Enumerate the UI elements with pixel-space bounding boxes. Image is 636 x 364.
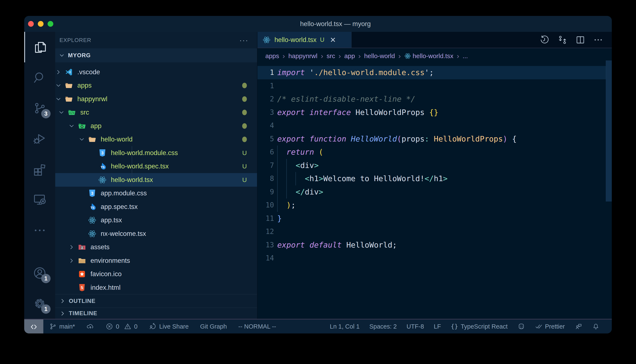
- status-feedback[interactable]: [570, 320, 587, 334]
- tab-close-icon[interactable]: ✕: [330, 36, 336, 44]
- code-line-1[interactable]: 1: [258, 79, 612, 93]
- tree-item-happynrwl[interactable]: happynrwl: [55, 92, 257, 106]
- code-line-3[interactable]: 3export interface HelloWorldProps {}: [258, 106, 612, 119]
- tree-item-apps[interactable]: apps: [55, 79, 257, 92]
- tree-item-hello-world[interactable]: hello-world: [55, 133, 257, 146]
- status-encoding[interactable]: UTF-8: [402, 320, 429, 334]
- status-git-branch[interactable]: main*: [43, 320, 81, 334]
- tree-item-nx-welcome-tsx[interactable]: nx-welcome.tsx: [55, 227, 257, 240]
- history-icon[interactable]: [540, 35, 550, 45]
- code-line-14[interactable]: 14: [258, 252, 612, 265]
- tree-item-label: app.spec.tsx: [101, 203, 138, 211]
- activity-search[interactable]: [24, 62, 55, 93]
- status-copilot[interactable]: [513, 320, 530, 334]
- code-line-1-current[interactable]: 1import './hello-world.module.css';: [258, 66, 612, 79]
- breadcrumb-item--[interactable]: ...: [463, 52, 468, 60]
- tree-item-src[interactable]: </>src: [55, 106, 257, 120]
- breadcrumb-item-apps[interactable]: apps: [265, 52, 279, 60]
- minimize-window-button[interactable]: [38, 21, 44, 27]
- explorer-more-actions-icon[interactable]: ···: [239, 36, 249, 44]
- svg-text:</>: </>: [69, 111, 74, 114]
- tree-item-hello-world-tsx[interactable]: hello-world.tsxU: [55, 173, 257, 187]
- activity-remote-explorer[interactable]: [24, 184, 55, 215]
- code-line-5[interactable]: 5export function HelloWorld(props: Hello…: [258, 132, 612, 146]
- tree-item-label: app: [91, 122, 102, 130]
- window-title: hello-world.tsx — myorg: [300, 16, 371, 32]
- line-number: 7: [258, 159, 274, 172]
- tree-item--vscode[interactable]: .vscode: [55, 65, 257, 79]
- indent-guide: [277, 146, 278, 212]
- code-editor[interactable]: 1import './hello-world.module.css';12/* …: [258, 64, 612, 319]
- code-line-4[interactable]: 4: [258, 119, 612, 132]
- activity-bar: 311: [24, 32, 55, 319]
- window-controls: [28, 16, 53, 32]
- svg-text:3: 3: [91, 191, 93, 196]
- status-label: Ln 1, Col 1: [330, 323, 360, 330]
- status-sync[interactable]: [81, 320, 100, 334]
- tree-item-hello-world-module-css[interactable]: 3hello-world.module.cssU: [55, 146, 257, 160]
- tree-item-index-html[interactable]: 5index.html: [55, 281, 257, 294]
- section-timeline[interactable]: TIMELINE: [55, 308, 257, 319]
- svg-text:TS: TS: [100, 165, 105, 169]
- code-line-7[interactable]: 7 <div>: [258, 159, 612, 172]
- code-line-11[interactable]: 11}: [258, 212, 612, 225]
- status-language-mode[interactable]: {}TypeScript React: [446, 320, 513, 334]
- code-line-12[interactable]: 12: [258, 225, 612, 238]
- status-cursor-position[interactable]: Ln 1, Col 1: [325, 320, 364, 334]
- breadcrumb-item-hello-world[interactable]: hello-world: [364, 52, 395, 60]
- code-line-10[interactable]: 10 );: [258, 198, 612, 212]
- editor-scrollbar[interactable]: [606, 60, 612, 202]
- breadcrumb-separator-icon: ›: [283, 52, 285, 60]
- breadcrumb-item-app[interactable]: app: [344, 52, 355, 60]
- status-notifications[interactable]: [587, 320, 604, 334]
- line-number: 9: [258, 186, 274, 199]
- breadcrumb-separator-icon: ›: [457, 52, 459, 60]
- remote-explorer-icon: [33, 193, 47, 207]
- activity-accounts[interactable]: 1: [24, 258, 55, 288]
- maximize-window-button[interactable]: [48, 21, 53, 27]
- tree-item-app-spec-tsx[interactable]: TSapp.spec.tsx: [55, 200, 257, 214]
- status-label: -- NORMAL --: [238, 323, 276, 330]
- code-line-2[interactable]: 2/* eslint-disable-next-line */: [258, 92, 612, 106]
- line-number: 5: [258, 132, 274, 146]
- status-bar: main*00Live ShareGit Graph-- NORMAL -- L…: [24, 319, 612, 334]
- split-editor-icon[interactable]: [575, 35, 585, 45]
- status-git-graph[interactable]: Git Graph: [194, 320, 233, 334]
- tree-item-assets[interactable]: assets: [55, 240, 257, 254]
- open-changes-icon[interactable]: [557, 35, 568, 45]
- workspace-section-header[interactable]: MYORG: [55, 48, 257, 62]
- code-line-6[interactable]: 6 return (: [258, 146, 612, 159]
- status-live-share[interactable]: Live Share: [143, 320, 194, 334]
- activity-extensions[interactable]: [24, 154, 55, 184]
- tree-item-label: hello-world: [101, 136, 133, 143]
- status-vim-mode[interactable]: -- NORMAL --: [233, 320, 282, 334]
- section-outline[interactable]: OUTLINE: [55, 294, 257, 308]
- tree-item-app-tsx[interactable]: app.tsx: [55, 214, 257, 227]
- tree-item-app[interactable]: app: [55, 119, 257, 133]
- status-remote-indicator[interactable]: [24, 320, 43, 334]
- tree-item-environments[interactable]: environments: [55, 254, 257, 268]
- activity-settings[interactable]: 1: [24, 288, 55, 319]
- code-line-13[interactable]: 13export default HelloWorld;: [258, 238, 612, 252]
- tree-item-hello-world-spec-tsx[interactable]: TShello-world.spec.tsxU: [55, 160, 257, 173]
- chevron-down-icon: [79, 136, 85, 142]
- tab-hello-world-tsx[interactable]: hello-world.tsx U ✕: [258, 32, 352, 48]
- activity-source-control[interactable]: 3: [24, 93, 55, 124]
- breadcrumb-item-happynrwl[interactable]: happynrwl: [288, 52, 317, 60]
- close-window-button[interactable]: [28, 21, 34, 27]
- activity-run-and-debug[interactable]: [24, 124, 55, 154]
- status-problems[interactable]: 00: [100, 320, 143, 334]
- status-formatter[interactable]: Prettier: [530, 320, 570, 334]
- status-label: Live Share: [159, 323, 189, 330]
- activity-explorer[interactable]: [24, 32, 55, 62]
- code-line-8[interactable]: 8 <h1>Welcome to HelloWorld!</h1>: [258, 172, 612, 186]
- status-eol[interactable]: LF: [429, 320, 446, 334]
- tree-item-favicon-ico[interactable]: favicon.ico: [55, 268, 257, 281]
- code-line-9[interactable]: 9 </div>: [258, 186, 612, 199]
- ellipsis-icon[interactable]: [593, 35, 603, 45]
- status-indentation[interactable]: Spaces: 2: [364, 320, 402, 334]
- activity-more[interactable]: [24, 215, 55, 246]
- breadcrumb-item-src[interactable]: src: [326, 52, 335, 60]
- breadcrumb-item-hello-world-tsx[interactable]: hello-world.tsx: [404, 52, 454, 60]
- tree-item-app-module-css[interactable]: 3app.module.css: [55, 187, 257, 200]
